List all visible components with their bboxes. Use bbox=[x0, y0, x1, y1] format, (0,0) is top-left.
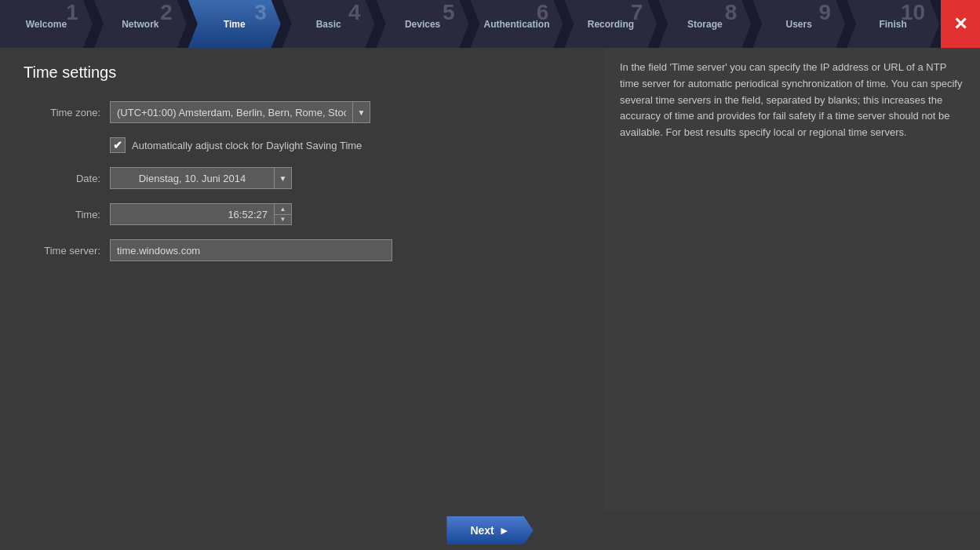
close-button[interactable]: ✕ bbox=[941, 0, 980, 48]
right-panel: In the field 'Time server' you can speci… bbox=[604, 48, 980, 550]
top-navigation: 1 Welcome 2 Network 3 Time 4 Basic 5 Dev… bbox=[0, 0, 980, 48]
nav-item-finish[interactable]: 10 Finish bbox=[847, 0, 939, 48]
help-text: In the field 'Time server' you can speci… bbox=[620, 60, 964, 141]
bottom-bar: Next ► bbox=[0, 511, 980, 550]
time-server-row: Time server: bbox=[24, 239, 581, 261]
timezone-input[interactable] bbox=[110, 101, 353, 123]
nav-item-welcome[interactable]: 1 Welcome bbox=[0, 0, 93, 48]
close-icon: ✕ bbox=[953, 14, 967, 35]
date-dropdown-button[interactable]: ▼ bbox=[275, 167, 292, 189]
nav-item-recording[interactable]: 7 Recording bbox=[564, 0, 657, 48]
chevron-down-icon: ▼ bbox=[358, 108, 366, 117]
date-input[interactable] bbox=[110, 167, 275, 189]
next-label: Next bbox=[470, 524, 494, 537]
nav-item-time[interactable]: 3 Time bbox=[188, 0, 281, 48]
nav-item-storage[interactable]: 8 Storage bbox=[658, 0, 751, 48]
time-spinner: ▲ ▼ bbox=[275, 203, 292, 225]
chevron-down-icon: ▼ bbox=[279, 174, 287, 183]
dst-checkbox[interactable]: ✔ bbox=[110, 137, 126, 153]
time-label: Time: bbox=[24, 209, 110, 220]
time-row: Time: ▲ ▼ bbox=[24, 203, 581, 225]
arrow-right-icon: ► bbox=[499, 524, 510, 537]
dst-label: Automatically adjust clock for Daylight … bbox=[132, 140, 362, 151]
date-label: Date: bbox=[24, 173, 110, 184]
nav-item-basic[interactable]: 4 Basic bbox=[282, 0, 375, 48]
dst-row: ✔ Automatically adjust clock for Dayligh… bbox=[24, 137, 581, 153]
nav-item-network[interactable]: 2 Network bbox=[94, 0, 187, 48]
time-increment-button[interactable]: ▲ bbox=[275, 204, 291, 215]
timezone-dropdown-button[interactable]: ▼ bbox=[353, 101, 370, 123]
dst-checkbox-wrapper[interactable]: ✔ Automatically adjust clock for Dayligh… bbox=[110, 137, 362, 153]
checkmark-icon: ✔ bbox=[113, 139, 122, 151]
timezone-row: Time zone: ▼ bbox=[24, 101, 581, 123]
next-button[interactable]: Next ► bbox=[446, 516, 533, 545]
time-server-input[interactable] bbox=[110, 239, 392, 261]
time-input[interactable] bbox=[110, 203, 275, 225]
time-wrapper: ▲ ▼ bbox=[110, 203, 292, 225]
main-content: Time settings Time zone: ▼ ✔ Automatical… bbox=[0, 48, 980, 550]
timezone-select-wrapper: ▼ bbox=[110, 101, 370, 123]
left-panel: Time settings Time zone: ▼ ✔ Automatical… bbox=[0, 48, 604, 550]
date-row: Date: ▼ bbox=[24, 167, 581, 189]
nav-item-devices[interactable]: 5 Devices bbox=[377, 0, 469, 48]
time-server-label: Time server: bbox=[24, 245, 110, 257]
nav-item-authentication[interactable]: 6 Authentication bbox=[471, 0, 563, 48]
date-wrapper: ▼ bbox=[110, 167, 292, 189]
time-decrement-button[interactable]: ▼ bbox=[275, 215, 291, 225]
nav-item-users[interactable]: 9 Users bbox=[752, 0, 845, 48]
timezone-label: Time zone: bbox=[24, 107, 110, 118]
page-title: Time settings bbox=[24, 64, 581, 82]
